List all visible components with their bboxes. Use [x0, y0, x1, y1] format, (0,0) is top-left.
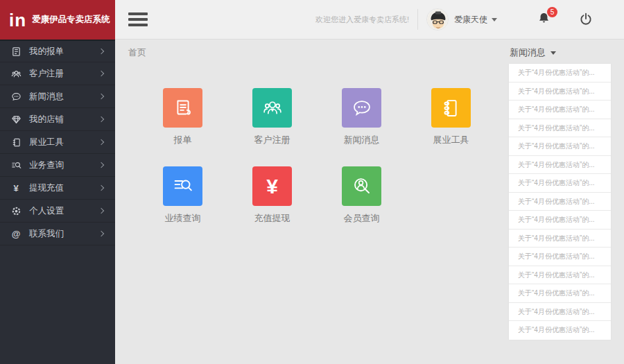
news-panel-title: 新闻消息 [510, 46, 546, 59]
chevron-right-icon [98, 231, 104, 236]
breadcrumb: 首页 [128, 46, 146, 59]
chevron-right-icon [98, 94, 104, 99]
sidebar-item-my-reports[interactable]: 我的报单 [0, 40, 115, 62]
tile-label: 充值提现 [254, 212, 291, 225]
chevron-right-icon [98, 49, 104, 54]
brand-mark: in [9, 11, 26, 29]
news-list-item[interactable]: 关于“4月份优惠活动”的... [509, 248, 611, 266]
news-list-item[interactable]: 关于“4月份优惠活动”的... [509, 83, 611, 101]
sidebar-item-customer-register[interactable]: 客户注册 [0, 62, 115, 85]
hamburger-icon[interactable] [128, 12, 148, 26]
divider [417, 9, 418, 30]
tile-customer-register[interactable] [252, 88, 292, 128]
news-list-item[interactable]: 关于“4月份优惠活动”的... [509, 156, 611, 175]
sidebar-item-label: 提现充值 [29, 182, 99, 194]
notification-badge: 5 [547, 7, 557, 17]
business-tools-icon [10, 137, 21, 148]
customer-register-icon [10, 68, 21, 79]
tile-cell: 客户注册 [252, 88, 292, 128]
personal-settings-icon [10, 205, 21, 216]
tile-label: 报单 [174, 134, 192, 146]
tile-cell: 会员查询 [342, 166, 381, 206]
sidebar-item-contact-us[interactable]: @ 联系我们 [0, 223, 115, 245]
news-message-icon [349, 95, 375, 121]
sidebar-item-label: 我的店铺 [29, 114, 99, 125]
news-list-item[interactable]: 关于“4月份优惠活动”的... [509, 193, 611, 211]
news-list-item[interactable]: 关于“4月份优惠活动”的... [509, 119, 611, 138]
news-list-item[interactable]: 关于“4月份优惠活动”的... [509, 303, 611, 322]
news-list-item[interactable]: 关于“4月份优惠活动”的... [509, 321, 611, 340]
news-list-item[interactable]: 关于“4月份优惠活动”的... [509, 137, 611, 156]
news-list-item[interactable]: 关于“4月份优惠活动”的... [509, 229, 611, 248]
sidebar-item-label: 业务查询 [29, 159, 99, 171]
tile-label: 展业工具 [433, 134, 469, 146]
sidebar-item-news[interactable]: 新闻消息 [0, 85, 115, 108]
business-query-icon [10, 159, 21, 171]
chevron-right-icon [98, 185, 104, 191]
tile-cell: 展业工具 [431, 88, 471, 128]
sidebar-item-label: 新闻消息 [29, 91, 99, 103]
logout-button[interactable] [578, 12, 593, 27]
topbar: 欢迎您进入爱康专卖店系统! 爱康天使 [115, 0, 624, 40]
notifications-button[interactable]: 5 [537, 12, 551, 28]
sidebar-item-business-query[interactable]: 业务查询 [0, 154, 115, 177]
recharge-withdraw-icon: ¥ [266, 176, 278, 197]
news-message-icon [10, 91, 21, 102]
news-list: 关于“4月份优惠活动”的... 关于“4月份优惠活动”的... 关于“4月份优惠… [509, 64, 611, 340]
sidebar-item-label: 个人设置 [29, 205, 99, 217]
power-icon [578, 12, 593, 27]
tile-label: 新闻消息 [344, 134, 380, 146]
username[interactable]: 爱康天使 [454, 14, 487, 26]
sidebar-item-my-shop[interactable]: 我的店铺 [0, 108, 115, 131]
sidebar-item-label: 我的报单 [29, 46, 99, 58]
customer-register-icon [259, 95, 286, 121]
tile-label: 业绩查询 [165, 212, 201, 225]
news-list-item[interactable]: 关于“4月份优惠活动”的... [509, 64, 611, 83]
contact-us-icon: @ [10, 228, 21, 239]
app-root: in 爱康伊品专卖店系统 欢迎您进入爱康专卖店系统! [0, 0, 624, 364]
caret-down-icon[interactable] [492, 18, 497, 21]
news-panel-header[interactable]: 新闻消息 [510, 46, 556, 59]
tile-cell: 业绩查询 [163, 166, 202, 206]
tile-report[interactable] [163, 88, 202, 128]
sidebar-item-withdraw-recharge[interactable]: ¥ 提现充值 [0, 177, 115, 200]
chevron-right-icon [98, 162, 104, 168]
member-query-icon [349, 173, 375, 200]
welcome-text: 欢迎您进入爱康专卖店系统! [315, 15, 409, 25]
tile-label: 客户注册 [254, 134, 291, 146]
chevron-right-icon [98, 71, 104, 76]
caret-down-icon [551, 51, 556, 55]
tile-performance-query[interactable] [163, 166, 202, 206]
news-list-item[interactable]: 关于“4月份优惠活动”的... [509, 284, 611, 303]
performance-query-icon [170, 173, 196, 200]
my-shop-icon [10, 114, 21, 125]
news-list-item[interactable]: 关于“4月份优惠活动”的... [509, 174, 611, 193]
news-list-item[interactable]: 关于“4月份优惠活动”的... [509, 266, 611, 285]
news-list-item[interactable]: 关于“4月份优惠活动”的... [509, 101, 611, 119]
sidebar: 我的报单 客户注册 新闻消息 [0, 40, 115, 364]
report-doc-icon [170, 95, 196, 121]
tile-label: 会员查询 [344, 212, 380, 225]
report-doc-icon [10, 46, 21, 57]
chevron-right-icon [98, 139, 104, 145]
topbar-right: 欢迎您进入爱康专卖店系统! 爱康天使 [315, 0, 624, 39]
business-tools-icon [438, 95, 465, 121]
sidebar-item-label: 展业工具 [29, 137, 99, 148]
avatar[interactable] [426, 8, 449, 31]
chevron-right-icon [98, 116, 104, 122]
brand-logo: in 爱康伊品专卖店系统 [0, 0, 115, 40]
tile-cell: ¥ 充值提现 [252, 166, 292, 206]
tile-news[interactable] [342, 88, 381, 128]
tile-recharge-withdraw[interactable]: ¥ [252, 166, 292, 206]
tile-cell: 新闻消息 [342, 88, 381, 128]
tile-cell: 报单 [163, 88, 202, 128]
app-title: 爱康伊品专卖店系统 [32, 14, 110, 26]
sidebar-item-label: 客户注册 [29, 68, 99, 80]
tile-member-query[interactable] [342, 166, 381, 206]
sidebar-item-personal-settings[interactable]: 个人设置 [0, 200, 115, 223]
news-list-item[interactable]: 关于“4月份优惠活动”的... [509, 211, 611, 229]
withdraw-recharge-icon: ¥ [10, 182, 21, 193]
sidebar-item-business-tools[interactable]: 展业工具 [0, 131, 115, 154]
chevron-right-icon [98, 208, 104, 214]
tile-business-tools[interactable] [431, 88, 471, 128]
